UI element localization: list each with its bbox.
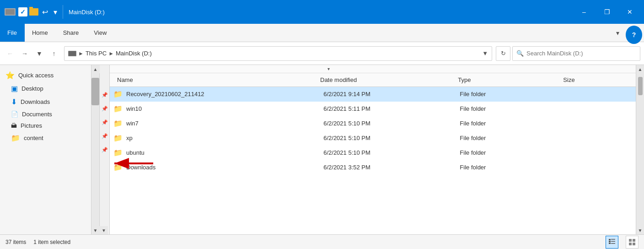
ribbon-collapse-button[interactable]: ▾ [612,24,624,42]
downloads-icon: ⬇ [11,97,17,106]
minimize-button[interactable]: – [574,0,595,24]
file-name: Downloads [126,164,320,171]
sidebar-item-desktop[interactable]: ▣ Desktop [0,82,91,95]
path-dropdown-button[interactable]: ▼ [482,50,488,57]
table-row[interactable]: 📁 xp 6/2/2021 5:10 PM File folder [110,131,636,146]
path-this-pc: This PC [86,50,107,57]
content-folder-icon: 📁 [11,134,20,142]
search-icon: 🔍 [516,50,524,57]
pin-desktop[interactable]: 📌 [100,88,109,102]
col-header-date[interactable]: Date modified [317,76,454,83]
svg-rect-2 [609,239,611,240]
sidebar-scroll-thumb[interactable] [91,78,99,105]
pin-downloads[interactable]: 📌 [100,102,109,115]
sidebar-scroll-down[interactable]: ▼ [91,226,100,234]
status-bar: 37 items 1 item selected [0,234,644,249]
table-row[interactable]: 📁 Downloads 6/2/2021 3:52 PM File folder [110,160,636,175]
quick-access-icon: ⭐ [5,71,15,80]
pictures-icon: 🏔 [11,122,17,129]
sidebar-item-downloads[interactable]: ⬇ Downloads [0,95,91,108]
right-scroll-down[interactable]: ▼ [636,226,644,234]
item-count: 37 items [5,239,26,245]
sort-chevron: ▾ [327,66,330,71]
forward-button[interactable]: → [18,47,31,60]
large-icons-view-button[interactable] [626,236,639,249]
path-separator-2: ► [108,50,114,57]
table-row[interactable]: 📁 Recovery_20210602_211412 6/2/2021 9:14… [110,87,636,102]
svg-rect-5 [611,241,615,242]
right-scroll-up[interactable]: ▲ [636,65,644,73]
sidebar-label-downloads: Downloads [21,98,50,105]
table-row[interactable]: 📁 ubuntu 6/2/2021 5:10 PM File folder [110,146,636,160]
path-separator-1: ► [78,50,84,57]
pin-col-down[interactable]: ▼ [100,226,108,234]
recent-locations-button[interactable]: ▼ [33,47,46,60]
file-date: 6/2/2021 5:10 PM [320,120,456,127]
pin-content[interactable]: 📌 [100,143,109,157]
up-button[interactable]: ↑ [48,47,60,60]
folder-icon [29,8,38,16]
sidebar-label-content: content [24,135,43,141]
selected-count: 1 item selected [33,239,70,245]
title-bar: ↩ ▾ MainDisk (D:) – ❐ ✕ [0,0,644,24]
svg-rect-4 [609,241,611,242]
search-input[interactable] [526,50,636,57]
sidebar-label-desktop: Desktop [21,85,43,92]
address-path[interactable]: ► This PC ► MainDisk (D:) ▼ [64,46,492,61]
sidebar-scroll-up[interactable]: ▲ [91,65,100,73]
undo-button[interactable]: ↩ [40,6,50,18]
documents-icon: 📄 [11,111,18,118]
file-name: Recovery_20210602_211412 [126,91,320,97]
col-header-type[interactable]: Type [454,76,559,83]
maximize-button[interactable]: ❐ [596,0,617,24]
svg-rect-11 [633,243,635,245]
close-button[interactable]: ✕ [619,0,640,24]
redo-button[interactable]: ▾ [52,6,59,18]
sidebar-item-documents[interactable]: 📄 Documents [0,108,91,120]
details-view-button[interactable] [606,236,618,249]
folder-icon: 📁 [113,163,123,172]
file-list: ▾ Name Date modified Type Size 📁 Recover… [110,65,636,234]
sidebar-item-content[interactable]: 📁 content [0,131,91,145]
sidebar-item-pictures[interactable]: 🏔 Pictures [0,120,91,131]
folder-icon: 📁 [113,104,123,113]
folder-icon: 📁 [113,90,123,98]
sidebar-label-quick-access: Quick access [18,72,54,79]
file-name: ubuntu [126,149,320,156]
pin-pictures[interactable]: 📌 [100,129,109,143]
checkmark-icon [18,7,27,16]
right-scroll-thumb[interactable] [638,77,643,95]
folder-icon: 📁 [113,119,123,128]
search-box: 🔍 [512,46,640,61]
right-scrollbar: ▲ ▼ [636,65,644,234]
ribbon: File Home Share View ▾ ? [0,24,644,42]
sidebar-scrollbar: ▲ ▼ [91,65,100,234]
address-bar: ← → ▼ ↑ ► This PC ► MainDisk (D:) ▼ ↻ 🔍 [0,42,644,65]
folder-icon: 📁 [113,134,123,142]
pin-documents[interactable]: 📌 [100,115,109,129]
file-type: File folder [456,164,560,171]
table-row[interactable]: 📁 win10 6/2/2021 5:11 PM File folder [110,102,636,116]
tab-share[interactable]: Share [56,24,87,42]
sidebar-item-quick-access[interactable]: ⭐ Quick access [0,69,91,82]
back-button[interactable]: ← [4,47,16,60]
sidebar-label-documents: Documents [22,111,52,118]
tab-view[interactable]: View [86,24,114,42]
pin-column: 📌 📌 📌 📌 📌 ▼ [100,65,110,234]
sidebar: ⭐ Quick access ▣ Desktop ⬇ Downloads 📄 D… [0,65,91,234]
col-header-size[interactable]: Size [559,76,632,83]
folder-icon: 📁 [113,148,123,157]
file-type: File folder [456,91,560,97]
table-row[interactable]: 📁 win7 6/2/2021 5:10 PM File folder [110,116,636,131]
file-date: 6/2/2021 5:10 PM [320,135,456,141]
file-type: File folder [456,120,560,127]
refresh-button[interactable]: ↻ [496,46,510,61]
file-name: win10 [126,105,320,112]
tab-file[interactable]: File [0,24,25,42]
help-button[interactable]: ? [626,26,642,44]
file-date: 6/2/2021 5:10 PM [320,149,456,156]
file-type: File folder [456,135,560,141]
tab-home[interactable]: Home [25,24,56,42]
file-date: 6/2/2021 9:14 PM [320,91,456,97]
col-header-name[interactable]: Name [113,76,317,83]
